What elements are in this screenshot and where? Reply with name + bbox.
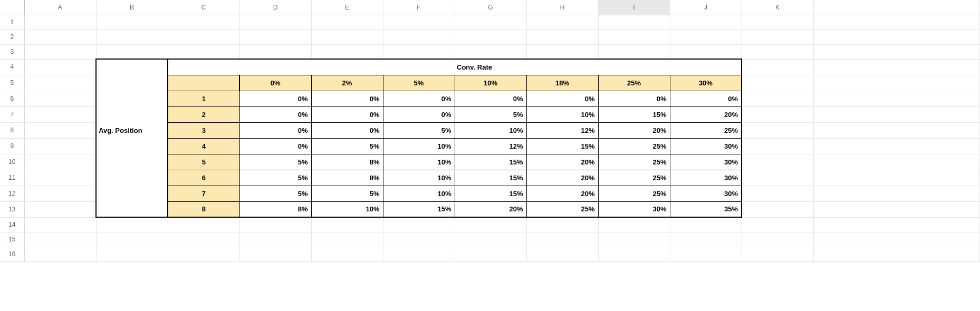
cell-G4[interactable]: Conv. Rate: [455, 59, 526, 75]
col-header-G[interactable]: G: [455, 0, 526, 15]
cell-J14[interactable]: [670, 217, 742, 232]
data-cell-r3-c3[interactable]: 12%: [455, 138, 526, 154]
cell-B2[interactable]: [96, 30, 168, 44]
data-cell-r7-c2[interactable]: 15%: [383, 201, 455, 217]
cell-F14[interactable]: [383, 217, 455, 232]
data-cell-r0-c1[interactable]: 0%: [311, 91, 383, 106]
cell-K7[interactable]: [742, 106, 813, 122]
cell-I14[interactable]: [598, 217, 670, 232]
cell-B6[interactable]: [96, 91, 168, 106]
data-cell-r6-c1[interactable]: 5%: [311, 186, 383, 201]
cell-E14[interactable]: [311, 217, 383, 232]
cell-F2[interactable]: [383, 30, 455, 44]
cell-K14[interactable]: [742, 217, 813, 232]
grid-table[interactable]: ABCDEFGHIJK1234Conv. Rate50%2%5%10%18%25…: [0, 0, 980, 262]
data-cell-r4-c6[interactable]: 30%: [670, 154, 742, 170]
data-cell-r2-c5[interactable]: 20%: [598, 122, 670, 138]
data-cell-r7-c3[interactable]: 20%: [455, 201, 526, 217]
conv-rate-header-6[interactable]: 30%: [670, 75, 742, 91]
col-header-J[interactable]: J: [670, 0, 742, 15]
row-header-4[interactable]: 4: [0, 59, 24, 75]
cell-E3[interactable]: [311, 44, 383, 59]
row-header-9[interactable]: 9: [0, 138, 24, 154]
data-cell-r3-c6[interactable]: 30%: [670, 138, 742, 154]
avg-position-header-1[interactable]: 2: [168, 106, 239, 122]
col-header-A[interactable]: A: [24, 0, 96, 15]
cell-D4[interactable]: [239, 59, 311, 75]
data-cell-r0-c5[interactable]: 0%: [598, 91, 670, 106]
cell-C1[interactable]: [168, 15, 239, 30]
cell-B7[interactable]: [96, 106, 168, 122]
row-header-16[interactable]: 16: [0, 247, 24, 261]
cell-G14[interactable]: [455, 217, 526, 232]
col-header-H[interactable]: H: [526, 0, 598, 15]
avg-position-header-5[interactable]: 6: [168, 170, 239, 186]
data-cell-r2-c4[interactable]: 12%: [526, 122, 598, 138]
col-header-B[interactable]: B: [96, 0, 168, 15]
data-cell-r3-c4[interactable]: 15%: [526, 138, 598, 154]
cell-J16[interactable]: [670, 247, 742, 261]
cell-B10[interactable]: [96, 154, 168, 170]
cell-K11[interactable]: [742, 170, 813, 186]
col-header-D[interactable]: D: [239, 0, 311, 15]
cell-K5[interactable]: [742, 75, 813, 91]
data-cell-r5-c1[interactable]: 8%: [311, 170, 383, 186]
avg-position-header-7[interactable]: 8: [168, 201, 239, 217]
cell-B5[interactable]: [96, 75, 168, 91]
row-header-6[interactable]: 6: [0, 91, 24, 106]
cell-J1[interactable]: [670, 15, 742, 30]
cell-K16[interactable]: [742, 247, 813, 261]
cell-A4[interactable]: [24, 59, 96, 75]
row-header-5[interactable]: 5: [0, 75, 24, 91]
cell-A3[interactable]: [24, 44, 96, 59]
spreadsheet-grid[interactable]: ABCDEFGHIJK1234Conv. Rate50%2%5%10%18%25…: [0, 0, 980, 311]
cell-D16[interactable]: [239, 247, 311, 261]
cell-C5[interactable]: [168, 75, 239, 91]
col-header-I[interactable]: I: [598, 0, 670, 15]
cell-E15[interactable]: [311, 232, 383, 247]
data-cell-r3-c5[interactable]: 25%: [598, 138, 670, 154]
col-header-E[interactable]: E: [311, 0, 383, 15]
data-cell-r0-c0[interactable]: 0%: [239, 91, 311, 106]
cell-B11[interactable]: [96, 170, 168, 186]
cell-C4[interactable]: [168, 59, 239, 75]
cell-B4[interactable]: [96, 59, 168, 75]
cell-F3[interactable]: [383, 44, 455, 59]
cell-G16[interactable]: [455, 247, 526, 261]
row-header-13[interactable]: 13: [0, 201, 24, 217]
cell-I15[interactable]: [598, 232, 670, 247]
cell-A11[interactable]: [24, 170, 96, 186]
row-header-7[interactable]: 7: [0, 106, 24, 122]
row-header-12[interactable]: 12: [0, 186, 24, 201]
data-cell-r0-c2[interactable]: 0%: [383, 91, 455, 106]
cell-J4[interactable]: [670, 59, 742, 75]
cell-K13[interactable]: [742, 201, 813, 217]
data-cell-r5-c0[interactable]: 5%: [239, 170, 311, 186]
cell-D1[interactable]: [239, 15, 311, 30]
select-all-corner[interactable]: [0, 0, 24, 15]
data-cell-r7-c1[interactable]: 10%: [311, 201, 383, 217]
cell-H3[interactable]: [526, 44, 598, 59]
cell-C2[interactable]: [168, 30, 239, 44]
conv-rate-header-5[interactable]: 25%: [598, 75, 670, 91]
data-cell-r5-c6[interactable]: 30%: [670, 170, 742, 186]
cell-J3[interactable]: [670, 44, 742, 59]
data-cell-r4-c2[interactable]: 10%: [383, 154, 455, 170]
data-cell-r2-c6[interactable]: 25%: [670, 122, 742, 138]
cell-F1[interactable]: [383, 15, 455, 30]
cell-K9[interactable]: [742, 138, 813, 154]
col-header-F[interactable]: F: [383, 0, 455, 15]
cell-I2[interactable]: [598, 30, 670, 44]
cell-F16[interactable]: [383, 247, 455, 261]
data-cell-r2-c1[interactable]: 0%: [311, 122, 383, 138]
data-cell-r7-c5[interactable]: 30%: [598, 201, 670, 217]
data-cell-r0-c6[interactable]: 0%: [670, 91, 742, 106]
cell-C14[interactable]: [168, 217, 239, 232]
data-cell-r4-c3[interactable]: 15%: [455, 154, 526, 170]
data-cell-r1-c5[interactable]: 15%: [598, 106, 670, 122]
data-cell-r6-c6[interactable]: 30%: [670, 186, 742, 201]
cell-H2[interactable]: [526, 30, 598, 44]
cell-D2[interactable]: [239, 30, 311, 44]
cell-H15[interactable]: [526, 232, 598, 247]
data-cell-r1-c1[interactable]: 0%: [311, 106, 383, 122]
